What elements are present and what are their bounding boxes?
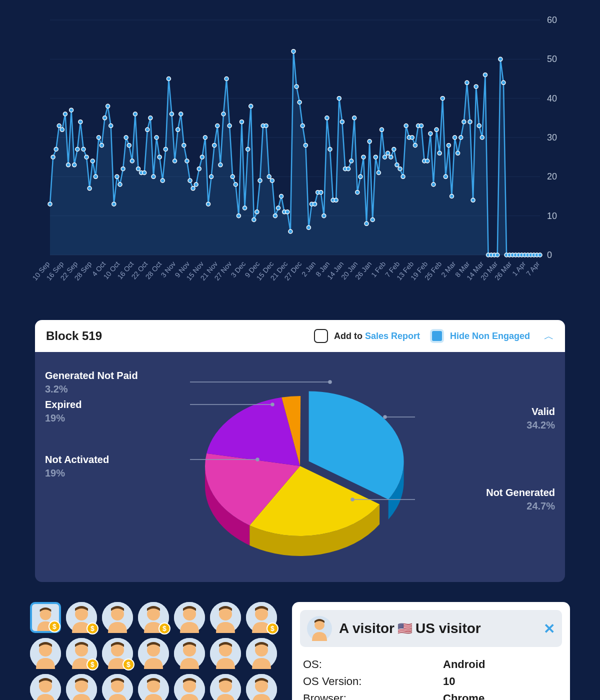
visitor-avatar[interactable] (210, 602, 241, 633)
svg-point-22 (72, 163, 76, 167)
visitor-avatar[interactable]: $ (30, 602, 61, 633)
svg-point-15 (51, 155, 55, 159)
svg-point-78 (243, 206, 247, 210)
svg-point-162 (498, 57, 502, 61)
chevron-up-icon[interactable]: ︿ (544, 330, 554, 343)
svg-point-47 (148, 116, 152, 120)
block-title: Block 519 (46, 329, 304, 343)
visitor-avatar[interactable] (102, 602, 133, 633)
svg-point-33 (106, 104, 110, 108)
visitor-detail-row: OS Version:10 (303, 673, 559, 690)
svg-point-149 (459, 136, 463, 140)
svg-point-79 (246, 148, 250, 152)
svg-point-118 (364, 222, 368, 226)
svg-point-41 (130, 159, 134, 163)
svg-point-20 (66, 163, 70, 167)
svg-point-104 (322, 214, 326, 218)
close-icon[interactable]: ✕ (544, 620, 555, 637)
visitor-avatar[interactable] (174, 638, 205, 669)
visitor-card: A visitor 🇺🇸 US visitor ✕ OS:AndroidOS V… (292, 602, 570, 700)
svg-point-131 (404, 124, 408, 128)
svg-point-112 (346, 167, 350, 171)
svg-text:40: 40 (547, 94, 557, 104)
svg-point-95 (294, 84, 298, 88)
visitor-avatar[interactable] (246, 674, 277, 700)
svg-point-101 (313, 202, 317, 206)
visitor-avatar[interactable] (102, 674, 133, 700)
svg-point-130 (401, 174, 405, 178)
svg-point-37 (118, 182, 122, 186)
visitor-detail-row: Browser:Chrome (303, 690, 559, 700)
svg-point-42 (133, 112, 137, 116)
svg-point-134 (413, 144, 417, 148)
svg-point-66 (206, 202, 210, 206)
svg-point-73 (228, 124, 232, 128)
svg-point-126 (389, 155, 393, 159)
svg-point-120 (370, 218, 374, 222)
svg-point-117 (362, 155, 366, 159)
svg-point-109 (337, 96, 341, 100)
svg-point-153 (471, 198, 475, 202)
pie-chart: Generated Not Paid 3.2% Expired 19% Not … (35, 352, 565, 582)
coin-badge-icon: $ (122, 658, 134, 670)
add-to-sales-report-checkbox[interactable]: Add to Sales Report (314, 329, 420, 343)
svg-point-18 (60, 128, 64, 132)
visitor-avatar[interactable] (246, 638, 277, 669)
svg-point-30 (96, 136, 100, 140)
svg-text:10: 10 (547, 211, 557, 221)
hide-non-engaged-checkbox[interactable]: Hide Non Engaged (430, 329, 530, 343)
svg-point-213 (328, 380, 332, 384)
svg-point-122 (376, 171, 380, 175)
svg-point-123 (380, 128, 384, 132)
svg-point-24 (78, 120, 82, 124)
svg-point-154 (474, 84, 478, 88)
svg-point-52 (164, 148, 168, 152)
svg-point-63 (197, 167, 201, 171)
svg-point-19 (63, 112, 67, 116)
svg-point-142 (438, 151, 442, 155)
visitor-avatar[interactable] (138, 674, 169, 700)
svg-point-116 (358, 174, 362, 178)
svg-point-49 (154, 136, 158, 140)
svg-point-61 (191, 186, 195, 190)
visitor-avatar[interactable]: $ (66, 602, 97, 633)
svg-text:3 Dec: 3 Dec (230, 260, 248, 279)
pie-label-valid: Valid 34.2% (526, 406, 555, 431)
pie-label-not-activated: Not Activated 19% (45, 454, 109, 479)
svg-point-136 (420, 124, 424, 128)
svg-text:60: 60 (547, 15, 557, 25)
visitor-title: A visitor 🇺🇸 US visitor (339, 620, 536, 636)
svg-point-58 (182, 144, 186, 148)
visitor-avatar[interactable] (174, 602, 205, 633)
visitor-avatar[interactable]: $ (138, 602, 169, 633)
visitor-avatar[interactable] (210, 674, 241, 700)
visitor-avatar[interactable] (138, 638, 169, 669)
visitor-avatar[interactable] (210, 638, 241, 669)
svg-point-148 (456, 151, 460, 155)
visitor-avatar[interactable]: $ (66, 638, 97, 669)
visitor-avatar[interactable]: $ (102, 638, 133, 669)
svg-point-86 (267, 174, 271, 178)
svg-point-215 (271, 403, 274, 406)
svg-text:0: 0 (547, 250, 552, 260)
svg-point-150 (462, 120, 466, 124)
svg-point-62 (194, 182, 198, 186)
svg-point-175 (538, 253, 542, 257)
visitor-avatar[interactable] (66, 674, 97, 700)
visitor-avatar[interactable]: $ (246, 602, 277, 633)
svg-text:50: 50 (547, 54, 557, 64)
svg-point-71 (222, 112, 226, 116)
visitor-avatar[interactable] (30, 674, 61, 700)
svg-point-34 (109, 124, 113, 128)
svg-point-106 (328, 148, 332, 152)
visitor-avatar[interactable] (174, 674, 205, 700)
svg-point-128 (395, 163, 399, 167)
svg-point-152 (468, 120, 472, 124)
coin-badge-icon: $ (86, 622, 98, 634)
svg-point-85 (264, 124, 268, 128)
svg-point-77 (240, 120, 244, 124)
visitor-avatar[interactable] (30, 638, 61, 669)
svg-point-29 (94, 174, 98, 178)
svg-point-69 (216, 124, 220, 128)
svg-point-80 (249, 104, 253, 108)
